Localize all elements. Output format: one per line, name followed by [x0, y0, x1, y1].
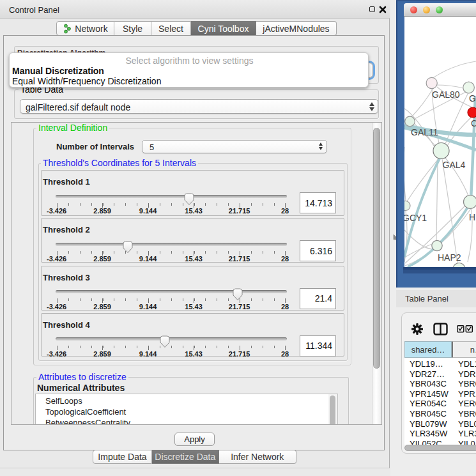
- svg-text:C: C: [471, 118, 476, 128]
- svg-text:GAL80: GAL80: [432, 89, 460, 100]
- svg-text:HAP2: HAP2: [438, 252, 461, 263]
- svg-text:G…: G…: [469, 93, 476, 104]
- svg-text:GCY1: GCY1: [404, 213, 427, 223]
- svg-text:GAL4: GAL4: [443, 160, 466, 170]
- svg-text:H: H: [469, 212, 475, 222]
- svg-text:GAL11: GAL11: [411, 127, 438, 137]
